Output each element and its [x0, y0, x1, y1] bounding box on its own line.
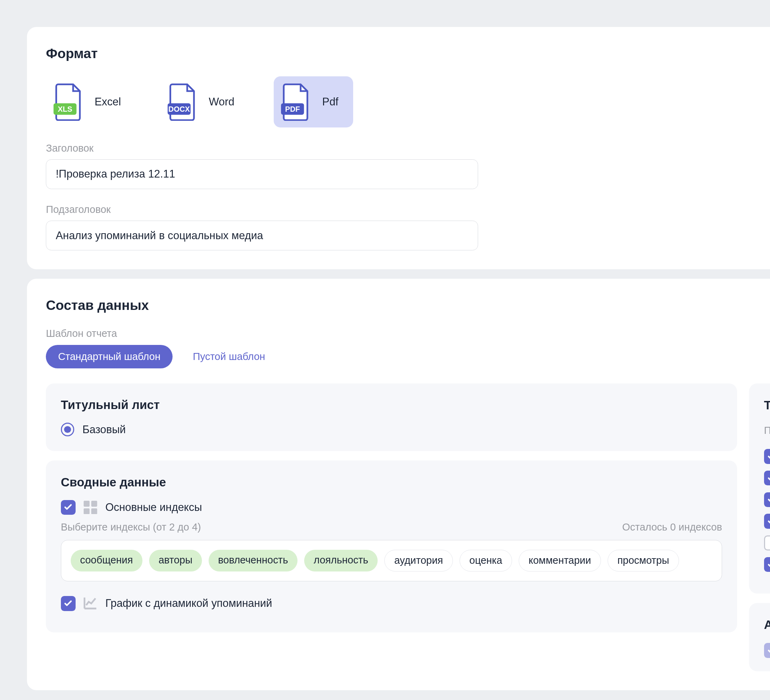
- checkbox-icon: [764, 493, 770, 507]
- tags-helper: По выбранному количеству тегов строятся …: [764, 423, 770, 438]
- composition-card: Состав данных Шаблон отчета Стандартный …: [27, 279, 770, 690]
- index-tag[interactable]: лояльность: [304, 550, 378, 572]
- check-row[interactable]: Тональность по аспектам: [764, 643, 770, 658]
- tags-panel-title: Теги топ-10 ▾: [764, 398, 770, 413]
- format-title: Формат: [46, 46, 770, 61]
- index-tag[interactable]: оценка: [459, 550, 512, 572]
- file-xls-icon: XLS: [53, 83, 86, 121]
- title-input[interactable]: [46, 159, 478, 189]
- svg-text:PDF: PDF: [285, 105, 299, 113]
- remaining-indexes-label: Осталось 0 индексов: [622, 522, 722, 533]
- tags-panel: Теги топ-10 ▾ По выбранному количеству т…: [749, 384, 770, 593]
- aspects-title-text: Аспекты: [764, 618, 770, 632]
- index-tag[interactable]: сообщения: [71, 550, 142, 572]
- checkbox-icon: [764, 514, 770, 528]
- check-row[interactable]: Вовлеченность по тегам: [764, 535, 770, 550]
- grid-icon: [84, 501, 97, 514]
- check-row[interactable]: Аудитория по тегам: [764, 514, 770, 528]
- left-column: Титульный лист Базовый Сводные данные Ос…: [46, 384, 737, 672]
- index-tag[interactable]: авторы: [149, 550, 202, 572]
- svg-rect-7: [91, 501, 97, 507]
- svg-rect-6: [84, 501, 90, 507]
- check-row[interactable]: Тональность по тегам: [764, 493, 770, 507]
- svg-rect-8: [84, 508, 90, 514]
- main-indexes-label: Основные индексы: [105, 501, 202, 514]
- summary-title: Сводные данные: [61, 476, 722, 489]
- summary-panel: Сводные данные Основные индексы Выберите…: [46, 460, 737, 632]
- subtitle-input[interactable]: [46, 220, 478, 250]
- check-row[interactable]: Распределение по тегам: [764, 449, 770, 463]
- format-option-pdf[interactable]: PDF Pdf: [274, 76, 354, 128]
- checkbox-icon: [764, 449, 770, 463]
- index-tag[interactable]: аудитория: [384, 550, 453, 572]
- line-chart-icon: [84, 597, 97, 610]
- check-row[interactable]: Динамика по тегам: [764, 471, 770, 485]
- file-pdf-icon: PDF: [280, 83, 313, 121]
- index-tag[interactable]: вовлеченность: [209, 550, 298, 572]
- index-tag[interactable]: просмотры: [608, 550, 679, 572]
- subtitle-field-label: Подзаголовок: [46, 204, 770, 216]
- select-indexes-label: Выберите индексы (от 2 до 4): [61, 522, 201, 533]
- title-field-label: Заголовок: [46, 143, 770, 154]
- format-label: Word: [209, 96, 235, 108]
- template-pills: Стандартный шаблонПустой шаблон: [46, 345, 770, 369]
- aspects-panel: Аспекты топ-10 ▾ Тональность по аспектам: [749, 603, 770, 671]
- composition-title: Состав данных: [46, 298, 770, 313]
- right-column: Теги топ-10 ▾ По выбранному количеству т…: [749, 384, 770, 672]
- format-options: XLS Excel DOCX Word PDF Pdf: [46, 76, 770, 128]
- checkbox-icon: [764, 557, 770, 572]
- template-pill[interactable]: Пустой шаблон: [181, 345, 277, 369]
- title-page-title: Титульный лист: [61, 398, 722, 412]
- index-tags: сообщенияавторывовлеченностьлояльностьау…: [61, 540, 722, 581]
- format-card: Формат XLS Excel DOCX Word PDF Pdf Загол…: [27, 27, 770, 269]
- title-page-panel: Титульный лист Базовый: [46, 384, 737, 451]
- template-label: Шаблон отчета: [46, 328, 770, 339]
- dynamics-label: График с динамикой упоминаний: [105, 597, 272, 610]
- svg-text:DOCX: DOCX: [168, 105, 190, 113]
- index-tag[interactable]: комментарии: [519, 550, 600, 572]
- check-row[interactable]: Таблица по тегам, топ-10▾: [764, 557, 770, 572]
- aspects-items: Тональность по аспектам: [764, 643, 770, 658]
- file-docx-icon: DOCX: [167, 83, 199, 121]
- dynamics-row[interactable]: График с динамикой упоминаний: [61, 596, 722, 611]
- radio-icon: [61, 423, 74, 436]
- svg-text:XLS: XLS: [58, 105, 72, 113]
- aspects-panel-title: Аспекты топ-10 ▾: [764, 618, 770, 632]
- checkbox-icon: [61, 500, 76, 515]
- title-page-radio[interactable]: Базовый: [61, 423, 722, 436]
- format-option-word[interactable]: DOCX Word: [160, 76, 249, 128]
- tags-title-text: Теги: [764, 399, 770, 412]
- checkbox-icon: [764, 535, 770, 550]
- format-label: Excel: [94, 96, 121, 108]
- format-option-excel[interactable]: XLS Excel: [46, 76, 136, 128]
- svg-rect-9: [91, 508, 97, 514]
- format-label: Pdf: [322, 96, 338, 108]
- index-select-labels: Выберите индексы (от 2 до 4) Осталось 0 …: [61, 522, 722, 533]
- title-page-option: Базовый: [82, 423, 126, 436]
- columns: Титульный лист Базовый Сводные данные Ос…: [46, 384, 770, 672]
- checkbox-icon: [61, 596, 76, 611]
- tags-items: Распределение по тегам Динамика по тегам…: [764, 449, 770, 572]
- checkbox-icon: [764, 643, 770, 658]
- template-pill[interactable]: Стандартный шаблон: [46, 345, 173, 369]
- main-indexes-row[interactable]: Основные индексы: [61, 500, 722, 515]
- checkbox-icon: [764, 471, 770, 485]
